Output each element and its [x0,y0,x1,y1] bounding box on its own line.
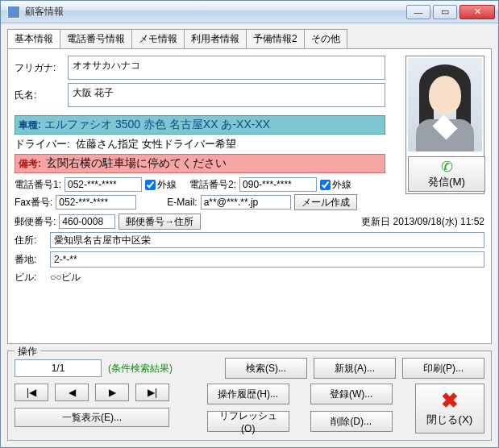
updated-label: 更新日 [361,215,390,229]
nav-first-button[interactable]: |◀ [15,384,48,401]
tel1-ext-label: 外線 [157,178,177,192]
driver-value: 佐藤さん指定 女性ドライバー希望 [76,138,236,150]
driver-label: ドライバー: [15,138,70,150]
car-value: エルファシオ 3500 赤色 名古屋XX あ-XX-XX [44,118,270,132]
fax-input[interactable]: 052-***-**** [56,195,136,209]
tab-memo[interactable]: メモ情報 [131,29,185,49]
name-label: 氏名: [15,89,64,102]
new-button[interactable]: 新規(A)... [314,358,396,379]
car-label: 車種: [19,118,41,132]
furigana-label: フリガナ: [15,61,64,75]
email-input[interactable]: a**@***.**.jp [201,195,291,209]
name-input[interactable]: 大阪 花子 [68,83,385,107]
tel2-ext-check[interactable] [320,180,331,190]
tab-phone[interactable]: 電話番号情報 [60,29,132,49]
banchi-label: 番地: [15,253,47,267]
listview-button[interactable]: 一覧表示(E)... [15,408,169,427]
close-window-button[interactable]: ✕ [459,5,495,19]
note-label: 備考: [19,157,41,171]
fax-label: Fax番号: [15,196,52,209]
close-icon: ✖ [441,390,459,411]
call-label: 発信(M) [428,175,465,189]
compose-mail-button[interactable]: メール作成 [294,194,357,210]
furigana-input[interactable]: オオサカハナコ [68,56,385,80]
call-button[interactable]: ✆ 発信(M) [408,156,485,192]
tab-user[interactable]: 利用者情報 [184,29,247,49]
record-counter: 1/1 [15,359,102,377]
postal-to-address-button[interactable]: 郵便番号→住所 [119,214,201,230]
building-label: ビル: [15,271,47,284]
app-icon [7,6,20,19]
nav-prev-button[interactable]: ◀ [55,384,89,401]
history-button[interactable]: 操作履歴(H)... [207,384,289,404]
tel1-ext-check[interactable] [145,180,156,190]
basic-panel: フリガナ: オオサカハナコ 氏名: 大阪 花子 車種: エルファシオ 3500 … [7,48,492,344]
banchi-input[interactable] [50,251,484,268]
tab-other[interactable]: その他 [304,29,347,49]
address-label: 住所: [15,234,47,247]
phone-icon: ✆ [441,160,453,174]
close-label: 閉じる(X) [426,413,472,427]
window-title: 顧客情報 [25,5,406,19]
delete-button[interactable]: 削除(D)... [310,411,393,432]
tel1-label: 電話番号1: [15,178,61,192]
titlebar: 顧客情報 — ▭ ✕ [1,1,498,23]
tab-reserve2[interactable]: 予備情報2 [246,29,305,49]
avatar-box: ✆ 発信(M) [405,56,484,194]
close-button[interactable]: ✖ 閉じる(X) [415,384,484,433]
car-row: 車種: エルファシオ 3500 赤色 名古屋XX あ-XX-XX [15,115,385,135]
ops-group: 操作 1/1 (条件検索結果) 検索(S)... 新規(A)... 印刷(P).… [7,351,492,441]
maximize-button[interactable]: ▭ [433,5,457,19]
tel2-ext-label: 外線 [332,178,351,192]
print-button[interactable]: 印刷(P)... [402,358,484,379]
address-input[interactable] [50,232,484,248]
building-value: ○○ビル [50,271,81,284]
note-value: 玄関右横の駐車場に停めてください [46,156,227,171]
updated-value: 2013/09/18(水) 11:52 [393,215,484,229]
minimize-button[interactable]: — [406,5,430,19]
tab-basic[interactable]: 基本情報 [7,29,60,49]
refresh-button[interactable]: リフレッシュ(O) [207,411,289,432]
tel2-input[interactable]: 090-***-**** [239,177,317,192]
tel1-input[interactable]: 052-***-**** [64,177,142,192]
avatar-image [408,58,482,151]
search-button[interactable]: 検索(S)... [225,358,307,379]
nav-next-button[interactable]: ▶ [95,384,129,401]
register-button[interactable]: 登録(W)... [310,384,393,404]
tabstrip: 基本情報 電話番号情報 メモ情報 利用者情報 予備情報2 その他 [7,28,492,48]
condition-label: (条件検索結果) [108,362,173,375]
note-row: 備考: 玄関右横の駐車場に停めてください [15,154,385,173]
tel2-label: 電話番号2: [189,178,236,192]
postal-label: 郵便番号: [15,215,56,229]
email-label: E-Mail: [167,197,197,208]
nav-last-button[interactable]: ▶| [135,384,169,401]
ops-legend: 操作 [15,345,40,359]
postal-input[interactable]: 460-0008 [59,214,115,229]
